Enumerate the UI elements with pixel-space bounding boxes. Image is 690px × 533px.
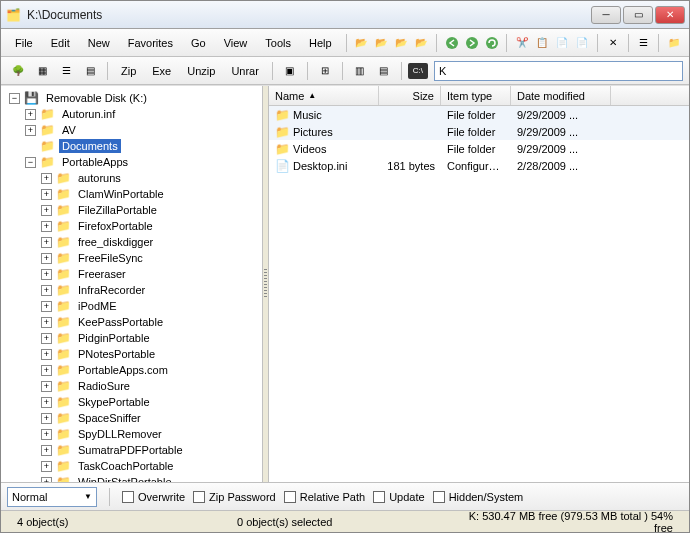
col-type[interactable]: Item type [441, 86, 511, 105]
folder-yellow-icon[interactable]: 📂 [352, 32, 370, 54]
tree-item[interactable]: +📁PNotesPortable [9, 346, 262, 362]
expand-toggle[interactable]: + [41, 205, 52, 216]
expand-toggle[interactable]: + [41, 381, 52, 392]
tree-item[interactable]: +📁FirefoxPortable [9, 218, 262, 234]
menu-favorites[interactable]: Favorites [120, 33, 181, 53]
up-folder-icon[interactable]: 📁 [665, 32, 683, 54]
tree-label[interactable]: InfraRecorder [75, 283, 148, 297]
tree-label[interactable]: PortableApps [59, 155, 131, 169]
list2-icon[interactable]: ☰ [55, 60, 77, 82]
list-row[interactable]: 📁MusicFile folder9/29/2009 ... [269, 106, 689, 123]
tree-item-documents[interactable]: 📁 Documents [9, 138, 262, 154]
close-button[interactable]: ✕ [655, 6, 685, 24]
tree-label[interactable]: PNotesPortable [75, 347, 158, 361]
tb-icon-1[interactable]: ▣ [279, 60, 301, 82]
tree-label[interactable]: SumatraPDFPortable [75, 443, 186, 457]
delete-icon[interactable]: ✕ [604, 32, 622, 54]
tree-item[interactable]: +📁iPodME [9, 298, 262, 314]
tree-label[interactable]: TaskCoachPortable [75, 459, 176, 473]
tree-label[interactable]: Freeraser [75, 267, 129, 281]
tb-icon-3[interactable]: ▥ [349, 60, 371, 82]
expand-toggle[interactable]: − [25, 157, 36, 168]
tree-label[interactable]: FileZillaPortable [75, 203, 160, 217]
details-icon[interactable]: ▤ [79, 60, 101, 82]
menu-edit[interactable]: Edit [43, 33, 78, 53]
tree-label[interactable]: FreeFileSync [75, 251, 146, 265]
tree-label[interactable]: autoruns [75, 171, 124, 185]
tree-item[interactable]: +📁SumatraPDFPortable [9, 442, 262, 458]
tree-item[interactable]: +📁FreeFileSync [9, 250, 262, 266]
tree-label[interactable]: RadioSure [75, 379, 133, 393]
folder-green-icon[interactable]: 📂 [412, 32, 430, 54]
expand-toggle[interactable]: + [41, 445, 52, 456]
col-size[interactable]: Size [379, 86, 441, 105]
tree-item[interactable]: +📁RadioSure [9, 378, 262, 394]
tree-label[interactable]: iPodME [75, 299, 120, 313]
tree-label[interactable]: KeePassPortable [75, 315, 166, 329]
tree-item[interactable]: +📁free_diskdigger [9, 234, 262, 250]
expand-toggle[interactable]: + [25, 109, 36, 120]
list-row[interactable]: 📁PicturesFile folder9/29/2009 ... [269, 123, 689, 140]
unzip-button[interactable]: Unzip [180, 61, 222, 81]
tree-label[interactable]: SkypePortable [75, 395, 153, 409]
list-row[interactable]: 📄Desktop.ini181 bytesConfiguratio...2/28… [269, 157, 689, 174]
tree-item[interactable]: +📁autoruns [9, 170, 262, 186]
paste2-icon[interactable]: 📄 [573, 32, 591, 54]
forward-icon[interactable] [463, 32, 481, 54]
tree-item-portableapps[interactable]: − 📁 PortableApps [9, 154, 262, 170]
update-checkbox[interactable]: Update [373, 491, 424, 503]
tree-item[interactable]: +📁FileZillaPortable [9, 202, 262, 218]
tree-item[interactable]: +📁KeePassPortable [9, 314, 262, 330]
tb-icon-4[interactable]: ▤ [373, 60, 395, 82]
expand-toggle[interactable]: + [41, 253, 52, 264]
grid-icon[interactable]: ▦ [31, 60, 53, 82]
tree-label[interactable]: ClamWinPortable [75, 187, 167, 201]
folder-red-icon[interactable]: 📂 [372, 32, 390, 54]
relative-path-checkbox[interactable]: Relative Path [284, 491, 365, 503]
menu-view[interactable]: View [216, 33, 256, 53]
tree-icon[interactable]: 🌳 [7, 60, 29, 82]
tree-item[interactable]: +📁SpaceSniffer [9, 410, 262, 426]
tb-icon-2[interactable]: ⊞ [314, 60, 336, 82]
menu-file[interactable]: File [7, 33, 41, 53]
tree-item[interactable]: +📁WinDirStatPortable [9, 474, 262, 482]
tree-label[interactable]: Autorun.inf [59, 107, 118, 121]
tree-item[interactable]: +📁TaskCoachPortable [9, 458, 262, 474]
terminal-icon[interactable]: C:\ [408, 63, 428, 79]
tree-label-selected[interactable]: Documents [59, 139, 121, 153]
folder-blue-icon[interactable]: 📂 [392, 32, 410, 54]
paste-icon[interactable]: 📄 [553, 32, 571, 54]
tree-label[interactable]: free_diskdigger [75, 235, 156, 249]
expand-toggle[interactable]: + [41, 317, 52, 328]
expand-toggle[interactable]: + [41, 221, 52, 232]
tree-item[interactable]: +📁InfraRecorder [9, 282, 262, 298]
tree-item[interactable]: + 📁 AV [9, 122, 262, 138]
expand-toggle[interactable]: + [41, 333, 52, 344]
col-name[interactable]: Name▲ [269, 86, 379, 105]
expand-toggle[interactable]: + [41, 349, 52, 360]
col-date[interactable]: Date modified [511, 86, 611, 105]
menu-go[interactable]: Go [183, 33, 214, 53]
tree-item[interactable]: +📁SpyDLLRemover [9, 426, 262, 442]
expand-toggle[interactable]: + [41, 461, 52, 472]
menu-new[interactable]: New [80, 33, 118, 53]
tree-item[interactable]: + 📁 Autorun.inf [9, 106, 262, 122]
tree-label[interactable]: WinDirStatPortable [75, 475, 175, 482]
tree-label[interactable]: AV [59, 123, 79, 137]
tree-label-root[interactable]: Removable Disk (K:) [43, 91, 150, 105]
hidden-system-checkbox[interactable]: Hidden/System [433, 491, 524, 503]
expand-toggle[interactable]: + [41, 173, 52, 184]
expand-toggle[interactable]: + [41, 237, 52, 248]
tree-item[interactable]: +📁Freeraser [9, 266, 262, 282]
tree-item[interactable]: +📁PidginPortable [9, 330, 262, 346]
expand-toggle[interactable]: + [41, 413, 52, 424]
menu-help[interactable]: Help [301, 33, 340, 53]
tree-label[interactable]: PidginPortable [75, 331, 153, 345]
expand-toggle[interactable]: + [25, 125, 36, 136]
menu-tools[interactable]: Tools [257, 33, 299, 53]
maximize-button[interactable]: ▭ [623, 6, 653, 24]
expand-toggle[interactable]: + [41, 429, 52, 440]
cut-icon[interactable]: ✂️ [513, 32, 531, 54]
expand-toggle[interactable]: + [41, 397, 52, 408]
folder-tree[interactable]: − 💾 Removable Disk (K:) + 📁 Autorun.inf … [1, 86, 263, 482]
